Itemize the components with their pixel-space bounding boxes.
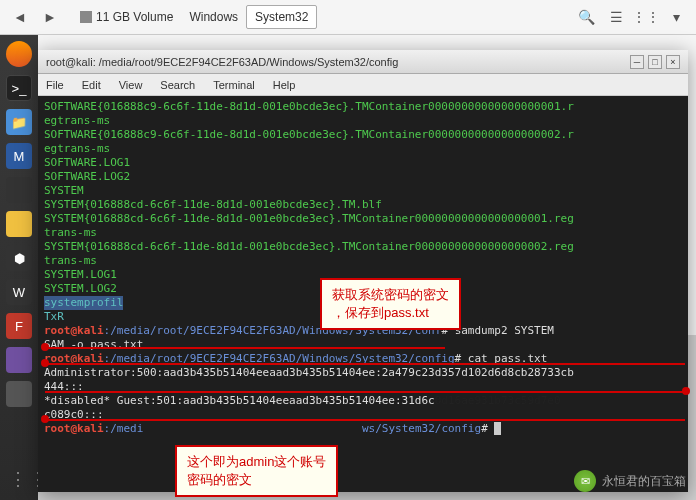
terminal-window: root@kali: /media/root/9ECE2F94CE2F63AD/…	[38, 50, 688, 492]
crumb-volume[interactable]: 11 GB Volume	[72, 6, 181, 28]
app-icon-6[interactable]: F	[6, 313, 32, 339]
disk-icon	[80, 11, 92, 23]
output-line: Administrator:500:aad3b435b51404eeaad3b4…	[44, 366, 682, 380]
output-line: SYSTEM	[44, 184, 682, 198]
menu-icon[interactable]: ▾	[664, 5, 688, 29]
view-grid-icon[interactable]: ⋮⋮	[634, 5, 658, 29]
output-line: SOFTWARE{016888c9-6c6f-11de-8d1d-001e0bc…	[44, 100, 682, 114]
app-icon-2[interactable]	[6, 177, 32, 203]
back-button[interactable]: ◄	[8, 5, 32, 29]
output-line: egtrans-ms	[44, 142, 682, 156]
view-list-icon[interactable]: ☰	[604, 5, 628, 29]
app-icon-3[interactable]	[6, 211, 32, 237]
minimize-button[interactable]: ─	[630, 55, 644, 69]
wechat-icon: ✉	[574, 470, 596, 492]
output-line: SYSTEM{016888cd-6c6f-11de-8d1d-001e0bcde…	[44, 198, 682, 212]
annotation-line	[45, 419, 685, 421]
annotation-line	[45, 347, 445, 349]
dock: >_ 📁 M ⬢ W F ⋮⋮⋮	[0, 35, 38, 500]
menu-file[interactable]: File	[46, 79, 64, 91]
annotation-dot	[682, 387, 690, 395]
terminal-titlebar[interactable]: root@kali: /media/root/9ECE2F94CE2F63AD/…	[38, 50, 688, 74]
output-line: systemprofil	[44, 296, 123, 310]
app-icon-7[interactable]	[6, 347, 32, 373]
menu-edit[interactable]: Edit	[82, 79, 101, 91]
crumb-windows[interactable]: Windows	[181, 6, 246, 28]
terminal-menubar: File Edit View Search Terminal Help	[38, 74, 688, 96]
app-icon-4[interactable]: ⬢	[6, 245, 32, 271]
prompt-line: root@kali:/medixxxxxxxxxxxxxxxxxxxxxxxxx…	[44, 422, 682, 436]
breadcrumb: 11 GB Volume Windows System32	[72, 5, 317, 29]
annotation-dot	[41, 359, 49, 367]
output-line: SOFTWARE{016888c9-6c6f-11de-8d1d-001e0bc…	[44, 128, 682, 142]
annotation-2: 这个即为admin这个账号 密码的密文	[175, 445, 338, 497]
maximize-button[interactable]: □	[648, 55, 662, 69]
output-line: SYSTEM{016888cd-6c6f-11de-8d1d-001e0bcde…	[44, 212, 682, 226]
file-manager-toolbar: ◄ ► 11 GB Volume Windows System32 🔍 ☰ ⋮⋮…	[0, 0, 696, 35]
output-line: trans-ms	[44, 254, 682, 268]
output-line: SYSTEM{016888cd-6c6f-11de-8d1d-001e0bcde…	[44, 240, 682, 254]
menu-view[interactable]: View	[119, 79, 143, 91]
app-icon-5[interactable]: W	[6, 279, 32, 305]
app-icon-8[interactable]	[6, 381, 32, 407]
menu-search[interactable]: Search	[160, 79, 195, 91]
app-icon-1[interactable]: M	[6, 143, 32, 169]
output-line: egtrans-ms	[44, 114, 682, 128]
output-line: *disabled* Guest:501:aad3b435b51404eeaad…	[44, 394, 682, 408]
terminal-icon[interactable]: >_	[6, 75, 32, 101]
output-line: SOFTWARE.LOG1	[44, 156, 682, 170]
output-line: SOFTWARE.LOG2	[44, 170, 682, 184]
forward-button[interactable]: ►	[38, 5, 62, 29]
annotation-line	[45, 391, 685, 393]
menu-help[interactable]: Help	[273, 79, 296, 91]
output-line: trans-ms	[44, 226, 682, 240]
menu-terminal[interactable]: Terminal	[213, 79, 255, 91]
watermark: ✉ 永恒君的百宝箱	[574, 470, 686, 492]
search-icon[interactable]: 🔍	[574, 5, 598, 29]
annotation-dot	[41, 415, 49, 423]
annotation-line	[45, 363, 685, 365]
annotation-1: 获取系统密码的密文 ，保存到pass.txt	[320, 278, 461, 330]
firefox-icon[interactable]	[6, 41, 32, 67]
window-title: root@kali: /media/root/9ECE2F94CE2F63AD/…	[46, 56, 398, 68]
files-icon[interactable]: 📁	[6, 109, 32, 135]
annotation-dot	[41, 343, 49, 351]
close-button[interactable]: ×	[666, 55, 680, 69]
crumb-system32[interactable]: System32	[246, 5, 317, 29]
output-line: SAM -o pass.txt	[44, 338, 682, 352]
